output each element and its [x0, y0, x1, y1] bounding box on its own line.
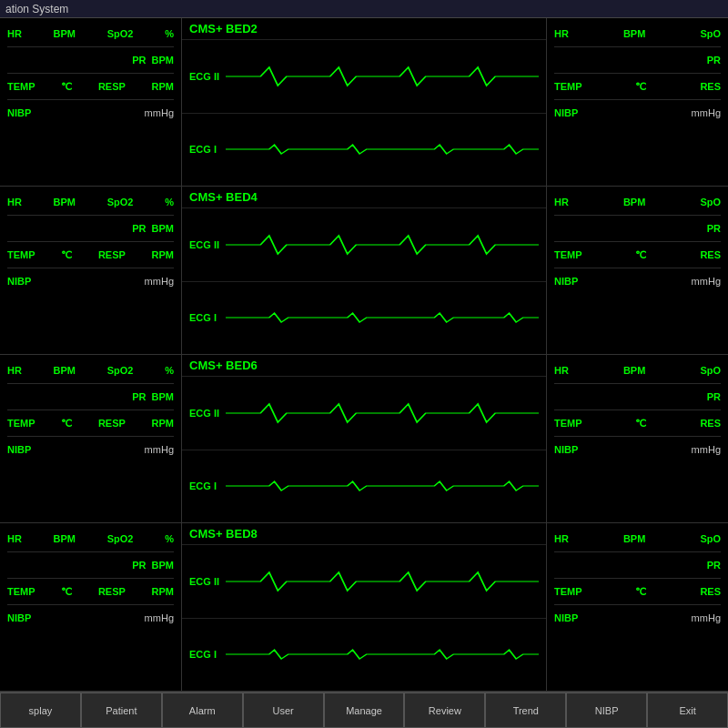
bpm-label-r: BPM	[623, 28, 645, 39]
hr-label-r: HR	[554, 28, 569, 39]
mmhg-label-r: mmHg	[692, 107, 721, 118]
nav-review[interactable]: Review	[404, 693, 485, 728]
bed6-right-panel: HR BPM SpO PR TEMP ℃ RES NIBP mmHg	[546, 355, 728, 522]
bpm-label: BPM	[54, 28, 76, 39]
nav-alarm[interactable]: Alarm	[162, 693, 243, 728]
bed4-hr: HR	[7, 197, 22, 207]
nav-display[interactable]: splay	[0, 693, 81, 728]
bed4-title: CMS+ BED4	[182, 187, 546, 207]
bed2-ecgii-label: ECG II	[189, 71, 226, 82]
nav-manage[interactable]: Manage	[324, 693, 405, 728]
bottom-nav: splay Patient Alarm User Manage Review T…	[0, 692, 728, 728]
main-grid: HR BPM SpO2 % PR BPM TEMP ℃ RESP RPM NIB…	[0, 18, 728, 692]
bed4-right-panel: HR BPM SpO PR TEMP ℃ RES NIBP mmHg	[546, 187, 728, 354]
bed6-title: CMS+ BED6	[182, 355, 546, 376]
temp-label-r: TEMP	[554, 81, 582, 92]
bed2-ecgi-label: ECG I	[189, 144, 226, 155]
bed6-row: HR BPM SpO2 % PR BPM TEMP ℃ RESP RPM NIB…	[0, 355, 728, 523]
nav-trend[interactable]: Trend	[485, 693, 566, 728]
resp-label: RESP	[98, 81, 126, 92]
temp-label: TEMP	[7, 81, 35, 92]
res-label-r: RES	[700, 81, 721, 92]
percent-label: %	[165, 28, 174, 39]
bed4-center-panel: CMS+ BED4 ECG II ECG I	[182, 187, 546, 354]
nibp-label-r: NIBP	[554, 107, 578, 118]
bed8-left-panel: HR BPM SpO2 % PR BPM TEMP ℃ RESP RPM NIB…	[0, 523, 182, 691]
spo-label-r: SpO	[700, 28, 721, 39]
bed2-title: CMS+ BED2	[182, 18, 546, 39]
nav-exit[interactable]: Exit	[647, 693, 728, 728]
bed8-center-panel: CMS+ BED8 ECG II ECG I	[182, 523, 546, 691]
bed2-ecgi-wave	[226, 136, 539, 163]
celsius-label-r: ℃	[635, 81, 646, 93]
bed6-left-panel: HR BPM SpO2 % PR BPM TEMP ℃ RESP RPM NIB…	[0, 355, 182, 522]
title-text: ation System	[5, 3, 68, 15]
bed6-center-panel: CMS+ BED6 ECG II ECG I	[182, 355, 546, 522]
nibp-label: NIBP	[7, 107, 31, 118]
bed2-right-panel: HR BPM SpO PR TEMP ℃ RES NIBP mmHg	[546, 18, 728, 186]
bed4-left-panel: HR BPM SpO2 % PR BPM TEMP ℃ RESP RPM NIB…	[0, 187, 182, 354]
bed2-center-panel: CMS+ BED2 ECG II ECG I	[182, 18, 546, 186]
nav-nibp[interactable]: NIBP	[566, 693, 647, 728]
nav-patient[interactable]: Patient	[81, 693, 162, 728]
spo2-label: SpO2	[107, 28, 134, 39]
bed4-row: HR BPM SpO2 % PR BPM TEMP ℃ RESP RPM NIB…	[0, 187, 728, 355]
pr-label-r: PR	[707, 55, 721, 66]
rpm-label: RPM	[152, 81, 174, 92]
hr-label: HR	[7, 28, 22, 39]
bpm2-label: BPM	[152, 55, 174, 66]
mmhg-label: mmHg	[145, 107, 174, 118]
bed8-right-panel: HR BPM SpO PR TEMP ℃ RES NIBP mmHg	[546, 523, 728, 691]
bed2-row: HR BPM SpO2 % PR BPM TEMP ℃ RESP RPM NIB…	[0, 18, 728, 187]
bed8-title: CMS+ BED8	[182, 523, 546, 544]
bed2-ecgii-wave	[226, 63, 539, 90]
bed2-left-panel: HR BPM SpO2 % PR BPM TEMP ℃ RESP RPM NIB…	[0, 18, 182, 186]
title-bar: ation System	[0, 0, 728, 18]
nav-user[interactable]: User	[243, 693, 324, 728]
pr-label: PR	[132, 55, 146, 66]
celsius-label: ℃	[61, 81, 72, 93]
bed8-row: HR BPM SpO2 % PR BPM TEMP ℃ RESP RPM NIB…	[0, 523, 728, 692]
